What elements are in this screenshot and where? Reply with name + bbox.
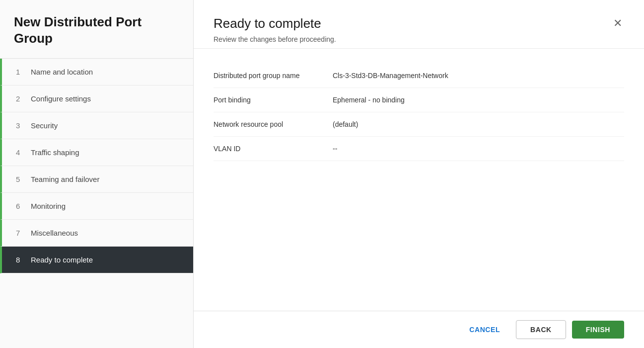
review-row-3: VLAN ID -- bbox=[214, 137, 624, 161]
review-label-0: Distributed port group name bbox=[214, 72, 333, 80]
review-label-3: VLAN ID bbox=[214, 145, 333, 153]
step-num-1: 2 bbox=[16, 94, 24, 103]
sidebar-step-4[interactable]: 5 Teaming and failover bbox=[0, 166, 193, 193]
cancel-button[interactable]: CANCEL bbox=[459, 321, 510, 339]
close-button[interactable]: ✕ bbox=[611, 18, 624, 29]
review-value-3: -- bbox=[333, 145, 624, 153]
step-num-7: 8 bbox=[16, 256, 24, 264]
step-num-6: 7 bbox=[16, 229, 24, 237]
back-button[interactable]: BACK bbox=[516, 320, 566, 339]
step-num-3: 4 bbox=[16, 148, 24, 157]
sidebar-step-2[interactable]: 3 Security bbox=[0, 112, 193, 139]
footer: CANCEL BACK FINISH bbox=[194, 311, 644, 348]
step-num-2: 3 bbox=[16, 121, 24, 130]
step-label-5: Monitoring bbox=[31, 202, 66, 210]
review-table: Distributed port group name Cls-3-Std3-D… bbox=[194, 49, 644, 311]
step-label-7: Ready to complete bbox=[31, 256, 93, 264]
sidebar-step-1[interactable]: 2 Configure settings bbox=[0, 86, 193, 112]
sidebar: New Distributed Port Group 1 Name and lo… bbox=[0, 0, 194, 348]
finish-button[interactable]: FINISH bbox=[572, 321, 624, 339]
review-label-2: Network resource pool bbox=[214, 120, 333, 128]
sidebar-title: New Distributed Port Group bbox=[0, 0, 193, 59]
step-label-4: Teaming and failover bbox=[31, 175, 99, 183]
content-subtitle: Review the changes before proceeding. bbox=[214, 35, 611, 43]
content-title: Ready to complete bbox=[214, 16, 611, 31]
sidebar-step-6[interactable]: 7 Miscellaneous bbox=[0, 220, 193, 247]
review-row-1: Port binding Ephemeral - no binding bbox=[214, 88, 624, 112]
review-value-1: Ephemeral - no binding bbox=[333, 96, 624, 104]
review-row-0: Distributed port group name Cls-3-Std3-D… bbox=[214, 64, 624, 88]
content-title-area: Ready to complete Review the changes bef… bbox=[214, 16, 611, 43]
review-label-1: Port binding bbox=[214, 96, 333, 104]
step-label-2: Security bbox=[31, 121, 58, 130]
sidebar-step-3[interactable]: 4 Traffic shaping bbox=[0, 139, 193, 166]
content-area: Ready to complete Review the changes bef… bbox=[194, 0, 644, 348]
review-row-2: Network resource pool (default) bbox=[214, 112, 624, 137]
sidebar-step-5[interactable]: 6 Monitoring bbox=[0, 193, 193, 220]
content-header: Ready to complete Review the changes bef… bbox=[194, 0, 644, 49]
step-num-5: 6 bbox=[16, 202, 24, 210]
new-distributed-port-group-dialog: New Distributed Port Group 1 Name and lo… bbox=[0, 0, 644, 348]
step-label-1: Configure settings bbox=[31, 94, 91, 103]
step-num-0: 1 bbox=[16, 68, 24, 76]
sidebar-step-0[interactable]: 1 Name and location bbox=[0, 59, 193, 86]
step-label-3: Traffic shaping bbox=[31, 148, 79, 157]
sidebar-steps: 1 Name and location 2 Configure settings… bbox=[0, 59, 193, 348]
review-value-0: Cls-3-Std3-DB-Management-Network bbox=[333, 72, 624, 80]
step-label-6: Miscellaneous bbox=[31, 229, 78, 237]
step-num-4: 5 bbox=[16, 175, 24, 183]
review-value-2: (default) bbox=[333, 120, 624, 128]
close-icon: ✕ bbox=[613, 17, 622, 29]
step-label-0: Name and location bbox=[31, 68, 93, 76]
sidebar-step-7[interactable]: 8 Ready to complete bbox=[0, 247, 193, 273]
